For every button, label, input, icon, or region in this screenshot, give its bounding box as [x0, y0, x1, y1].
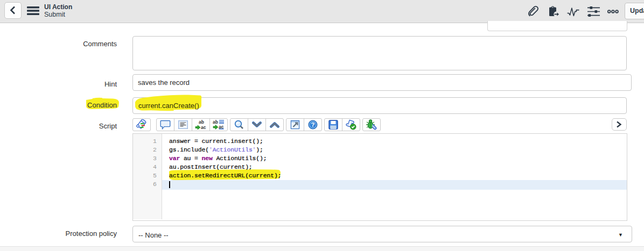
svg-text:ab: ab: [199, 119, 204, 125]
svg-text:ac: ac: [201, 125, 206, 130]
svg-text:ab: ab: [213, 119, 218, 125]
svg-text:?: ?: [311, 121, 314, 128]
